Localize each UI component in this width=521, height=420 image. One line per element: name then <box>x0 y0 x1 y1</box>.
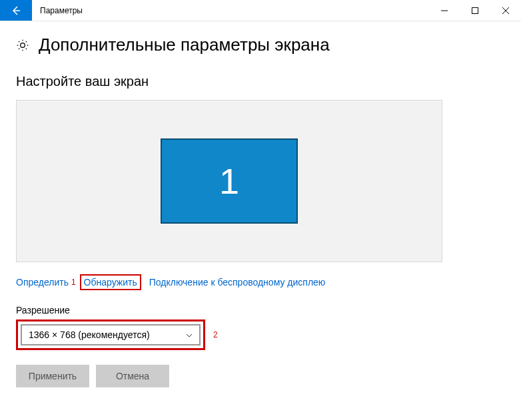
page-header: Дополнительные параметры экрана <box>16 35 505 55</box>
cancel-button[interactable]: Отмена <box>96 365 169 387</box>
gear-icon <box>16 39 29 52</box>
resolution-row: 1366 × 768 (рекомендуется) 2 <box>16 319 505 350</box>
content-area: Дополнительные параметры экрана Настройт… <box>0 21 521 387</box>
identify-link[interactable]: Определить <box>16 277 69 288</box>
back-button[interactable] <box>0 0 32 21</box>
monitor-number: 1 <box>219 160 239 202</box>
minimize-button[interactable] <box>429 0 460 21</box>
resolution-dropdown[interactable]: 1366 × 768 (рекомендуется) <box>21 324 201 345</box>
section-title: Настройте ваш экран <box>16 74 505 89</box>
maximize-icon <box>472 7 478 14</box>
monitor-preview-area[interactable]: 1 <box>16 100 442 262</box>
close-icon <box>502 7 509 14</box>
chevron-down-icon <box>186 331 193 339</box>
wireless-display-link[interactable]: Подключение к беспроводному дисплею <box>149 277 326 288</box>
minimize-icon <box>441 7 448 14</box>
arrow-left-icon <box>11 5 21 16</box>
window-controls <box>429 0 521 21</box>
svg-rect-1 <box>472 7 478 13</box>
button-row: Применить Отмена <box>16 365 505 387</box>
resolution-label: Разрешение <box>16 305 505 315</box>
resolution-highlight: 1366 × 768 (рекомендуется) <box>16 319 205 350</box>
window-title: Параметры <box>32 0 429 21</box>
maximize-button[interactable] <box>460 0 490 21</box>
resolution-value: 1366 × 768 (рекомендуется) <box>29 329 150 340</box>
page-title: Дополнительные параметры экрана <box>39 35 330 55</box>
close-button[interactable] <box>490 0 521 21</box>
link-row: Определить 1 Обнаружить Подключение к бе… <box>16 274 505 290</box>
titlebar: Параметры <box>0 0 521 21</box>
annotation-1: 1 <box>71 278 76 287</box>
monitor-1[interactable]: 1 <box>161 138 298 224</box>
detect-link[interactable]: Обнаружить <box>84 277 137 288</box>
detect-highlight: Обнаружить <box>80 274 141 290</box>
annotation-2: 2 <box>213 330 218 339</box>
apply-button[interactable]: Применить <box>16 365 89 387</box>
